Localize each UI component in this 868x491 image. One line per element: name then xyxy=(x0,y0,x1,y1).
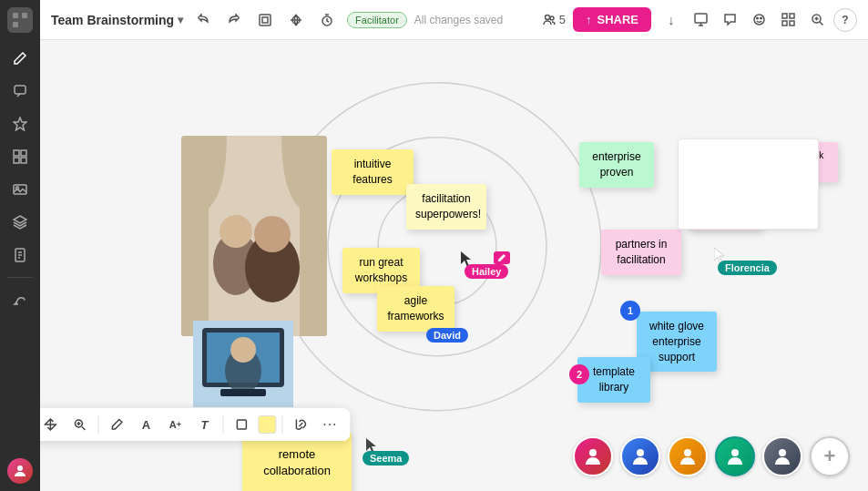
toolbar-more[interactable]: ··· xyxy=(317,412,342,437)
svg-rect-42 xyxy=(220,389,266,396)
svg-point-33 xyxy=(220,215,252,248)
sidebar-item-pen[interactable] xyxy=(5,44,35,73)
sidebar-item-page[interactable] xyxy=(5,240,35,270)
present-button[interactable] xyxy=(688,7,713,33)
svg-rect-44 xyxy=(237,420,246,429)
frame-button[interactable] xyxy=(252,7,278,33)
share-button[interactable]: ↑ SHARE xyxy=(573,7,651,32)
canvas-toolbar: A A+ T ··· xyxy=(40,408,350,441)
sidebar-item-comment[interactable] xyxy=(5,77,35,106)
toolbar-shape[interactable] xyxy=(229,412,254,437)
toolbar-text-plus[interactable]: A+ xyxy=(162,412,188,437)
sticky-template-library[interactable]: template library xyxy=(577,357,650,403)
toolbar-format-text[interactable]: T xyxy=(191,412,217,437)
comment-button[interactable] xyxy=(717,7,742,33)
svg-rect-19 xyxy=(695,14,707,23)
reactions-button[interactable] xyxy=(746,7,771,33)
sticky-agile-frameworks[interactable]: agile frameworks xyxy=(377,286,454,332)
svg-point-35 xyxy=(254,216,291,252)
sticky-text: white glove enterprise support xyxy=(649,320,704,363)
toolbar-move[interactable] xyxy=(40,412,63,437)
badge-2: 2 xyxy=(569,364,589,384)
svg-rect-6 xyxy=(21,150,26,156)
saved-status: All changes saved xyxy=(414,14,503,26)
sticky-facilitation-superpowers[interactable]: facilitation superpowers! xyxy=(406,184,486,230)
sticky-text: facilitation superpowers! xyxy=(415,192,481,220)
cursor-hailey: Hailey xyxy=(461,251,472,268)
toolbar-divider-1 xyxy=(97,415,98,434)
user-count-number: 5 xyxy=(559,13,566,26)
sticky-text: run great workshops xyxy=(355,256,407,284)
topbar-actions xyxy=(190,7,340,33)
timer-button[interactable] xyxy=(314,7,340,33)
add-collaborator-button[interactable]: + xyxy=(810,436,850,476)
toolbar-pencil[interactable] xyxy=(104,412,129,437)
sidebar-item-star[interactable] xyxy=(5,109,35,138)
svg-point-12 xyxy=(17,465,23,471)
sidebar-item-grid[interactable] xyxy=(5,142,35,171)
topbar-right-icons: ↓ xyxy=(659,7,857,33)
svg-rect-0 xyxy=(13,13,18,18)
topbar-right: 5 ↑ SHARE ↓ xyxy=(543,7,857,33)
share-label: SHARE xyxy=(597,13,638,26)
avatar-4[interactable] xyxy=(715,436,755,476)
white-card xyxy=(678,138,819,230)
cursor-label-david: David xyxy=(426,328,468,343)
bottom-avatars-panel: + xyxy=(573,436,850,476)
svg-rect-26 xyxy=(790,21,794,26)
share-screen-button[interactable] xyxy=(283,7,309,33)
sidebar-user-avatar[interactable] xyxy=(7,458,33,484)
svg-point-22 xyxy=(760,17,761,19)
share-icon: ↑ xyxy=(586,13,592,26)
svg-rect-4 xyxy=(15,86,26,94)
svg-rect-1 xyxy=(22,13,27,18)
svg-rect-14 xyxy=(262,17,268,23)
toolbar-link[interactable] xyxy=(288,412,313,437)
svg-rect-25 xyxy=(782,21,787,26)
grid-view-button[interactable] xyxy=(775,7,801,33)
cursor-label-florencia: Florencia xyxy=(718,261,777,275)
toolbar-divider-3 xyxy=(281,415,282,434)
sticky-enterprise-proven[interactable]: enterprise proven xyxy=(579,142,654,188)
user-count-display: 5 xyxy=(543,13,566,26)
svg-point-18 xyxy=(550,16,554,20)
svg-point-46 xyxy=(637,449,644,456)
title-text: Team Brainstorming xyxy=(51,13,174,27)
redo-button[interactable] xyxy=(221,7,247,33)
cursor-edit-icon-hailey xyxy=(494,251,510,264)
avatar-3[interactable] xyxy=(668,436,708,476)
toolbar-text[interactable]: A xyxy=(133,412,158,437)
sidebar-logo[interactable] xyxy=(7,7,33,33)
sticky-text: remote collaboration xyxy=(263,447,331,477)
help-button[interactable]: ? xyxy=(833,8,857,32)
sticky-text: agile frameworks xyxy=(387,294,444,322)
svg-rect-23 xyxy=(782,14,787,18)
svg-point-20 xyxy=(754,15,764,25)
sticky-intuitive-features[interactable]: intuitive features xyxy=(332,149,414,195)
sticky-text: template library xyxy=(593,365,635,394)
sidebar-item-image[interactable] xyxy=(5,175,35,204)
zoom-button[interactable] xyxy=(804,7,830,33)
photo-tablet xyxy=(193,321,293,407)
badge-1: 1 xyxy=(620,301,640,321)
sidebar-item-draw[interactable] xyxy=(5,285,35,314)
avatar-2[interactable] xyxy=(620,436,660,476)
sticky-partners-in-facilitation[interactable]: partners in facilitation xyxy=(601,230,681,275)
cursor-florencia: Florencia xyxy=(714,248,725,264)
cursor-seema: Seema xyxy=(359,438,377,455)
undo-button[interactable] xyxy=(190,7,216,33)
toolbar-zoom[interactable] xyxy=(66,412,92,437)
sidebar-item-layers[interactable] xyxy=(5,208,35,237)
canvas[interactable]: intuitive features facilitation superpow… xyxy=(40,40,868,491)
download-button[interactable]: ↓ xyxy=(659,7,684,33)
svg-rect-7 xyxy=(14,158,19,163)
svg-point-41 xyxy=(230,337,256,363)
document-title[interactable]: Team Brainstorming ▾ xyxy=(51,13,183,27)
avatar-5[interactable] xyxy=(762,436,802,476)
facilitator-badge: Facilitator xyxy=(347,12,407,28)
sticky-text: partners in facilitation xyxy=(616,238,668,266)
svg-point-49 xyxy=(779,449,786,456)
avatar-1[interactable] xyxy=(573,436,613,476)
toolbar-color-swatch[interactable] xyxy=(258,415,276,434)
svg-point-47 xyxy=(684,449,691,456)
